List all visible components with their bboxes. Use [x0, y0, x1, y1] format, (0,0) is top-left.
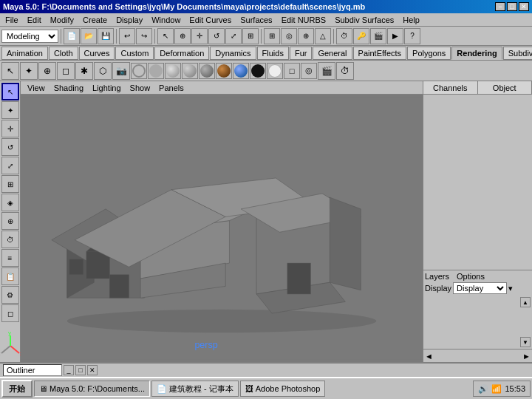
circle-rect-icon[interactable]: ◎ [301, 63, 317, 79]
menu-item-file[interactable]: File [1, 15, 22, 25]
save-file-button[interactable]: 💾 [98, 28, 114, 44]
scale-tool-button[interactable]: ⤢ [1, 157, 19, 174]
render-button[interactable]: 🎬 [370, 28, 386, 44]
smooth-shade-sphere-icon[interactable] [165, 63, 181, 79]
lasso-icon[interactable]: ◻ [57, 62, 75, 80]
scale-button[interactable]: ⤢ [225, 28, 242, 44]
rotate-button[interactable]: ↺ [208, 28, 225, 44]
status-restore-button[interactable]: □ [75, 365, 86, 375]
display-select[interactable]: Display Normal Template Reference [453, 282, 507, 294]
crosshair-icon[interactable]: ⊕ [38, 62, 56, 80]
soft-select-button[interactable]: ◈ [1, 194, 19, 211]
camera-icon[interactable]: 📷 [112, 62, 130, 80]
viewport-canvas[interactable]: persp [21, 95, 423, 362]
tab-animation[interactable]: Animation [1, 47, 48, 60]
nav-left-icon[interactable]: ◄ [425, 352, 433, 361]
texture-sphere-icon[interactable] [216, 63, 232, 79]
tab-general[interactable]: General [313, 47, 352, 60]
redo-button[interactable]: ↪ [136, 28, 152, 44]
tab-deformation[interactable]: Deformation [154, 47, 209, 60]
white-sphere-icon[interactable] [267, 63, 283, 79]
tab-fur[interactable]: Fur [290, 47, 313, 60]
scroll-up-button[interactable]: ▲ [520, 297, 531, 307]
tab-fluids[interactable]: Fluids [257, 47, 289, 60]
tab-cloth[interactable]: Cloth [49, 47, 78, 60]
menu-item-subdiv-surfaces[interactable]: Subdiv Surfaces [331, 15, 398, 25]
scroll-down-button[interactable]: ▼ [520, 337, 531, 347]
move-button[interactable]: ✛ [191, 28, 208, 44]
show-manip-button[interactable]: ⊕ [1, 212, 19, 230]
taskbar-notepad-app[interactable]: 📄 建筑教程 - 记事本 [151, 381, 239, 397]
viewport-panels-menu[interactable]: Panels [155, 83, 188, 93]
status-minimize-button[interactable]: _ [64, 365, 74, 375]
tab-subdivs[interactable]: Subdivs [503, 47, 532, 60]
tab-custom[interactable]: Custom [115, 47, 154, 60]
wireframe-sphere-icon[interactable] [131, 63, 147, 79]
start-button[interactable]: 开始 [1, 380, 33, 398]
tab-rendering[interactable]: Rendering [451, 47, 502, 60]
outliner-button-left[interactable]: 📋 [1, 267, 19, 285]
close-button[interactable]: ✕ [519, 2, 529, 11]
menu-item-help[interactable]: Help [399, 15, 423, 25]
nav-right-icon[interactable]: ► [522, 352, 531, 361]
move-tool-button[interactable]: ✛ [1, 120, 19, 137]
manip-tool-button[interactable]: ⊞ [1, 175, 19, 193]
status-close-button[interactable]: ✕ [87, 365, 98, 375]
black-sphere-icon[interactable] [250, 63, 266, 79]
rotate-tool-button[interactable]: ↺ [1, 138, 19, 156]
attr-editor-button[interactable]: ⚙ [1, 286, 19, 304]
tab-dynamics[interactable]: Dynamics [210, 47, 256, 60]
keyframe-button[interactable]: 🔑 [353, 28, 369, 44]
channel-box-button[interactable]: ≡ [1, 249, 19, 267]
universal-manip-button[interactable]: ⊞ [242, 28, 259, 44]
menu-item-edit-nurbs[interactable]: Edit NURBS [278, 15, 330, 25]
tab-painteffects[interactable]: PaintEffects [353, 47, 407, 60]
paint-tool-button[interactable]: ✦ [1, 101, 19, 119]
smooth-shade3-sphere-icon[interactable] [199, 63, 215, 79]
tab-polygons[interactable]: Polygons [407, 47, 451, 60]
help-button[interactable]: ? [404, 28, 420, 44]
ipr-icon[interactable]: ⏱ [336, 62, 354, 80]
lasso-button[interactable]: ⊕ [174, 28, 191, 44]
color-sphere-icon[interactable] [233, 63, 249, 79]
menu-item-display[interactable]: Display [112, 15, 146, 25]
history-button-left[interactable]: ⏱ [1, 231, 19, 248]
viewport-lighting-menu[interactable]: Lighting [89, 83, 125, 93]
snap-point-button[interactable]: ⊕ [298, 28, 314, 44]
taskbar-maya-app[interactable]: 🖥 Maya 5.0: F:\Documents... [34, 381, 150, 397]
render-view-icon[interactable]: 🎬 [318, 62, 335, 80]
tab-curves[interactable]: Curves [79, 47, 115, 60]
snap-curve-button[interactable]: ◎ [281, 28, 297, 44]
new-file-button[interactable]: 📄 [64, 28, 80, 44]
snap-grid-button[interactable]: ⊞ [264, 28, 280, 44]
undo-button[interactable]: ↩ [119, 28, 135, 44]
history-button[interactable]: ⏱ [336, 28, 352, 44]
snap-surface-button[interactable]: △ [315, 28, 331, 44]
viewport-view-menu[interactable]: View [24, 83, 49, 93]
maximize-button[interactable]: □ [507, 2, 517, 11]
paint-select-icon[interactable]: ✦ [20, 62, 38, 80]
open-file-button[interactable]: 📂 [81, 28, 97, 44]
layers-label[interactable]: Layers [425, 272, 449, 281]
menu-item-create[interactable]: Create [79, 15, 111, 25]
select-button[interactable]: ↖ [157, 28, 174, 44]
tool-settings-button[interactable]: ◻ [1, 304, 19, 322]
mode-dropdown[interactable]: Modeling Animation Rendering Dynamics [1, 30, 58, 43]
channels-tab[interactable]: Channels [423, 81, 478, 94]
menu-item-surfaces[interactable]: Surfaces [236, 15, 276, 25]
viewport-show-menu[interactable]: Show [126, 83, 154, 93]
options-label[interactable]: Options [457, 272, 485, 281]
select-mode-icon[interactable]: ↖ [1, 62, 19, 80]
flat-shade-sphere-icon[interactable] [148, 63, 164, 79]
menu-item-modify[interactable]: Modify [47, 15, 78, 25]
taskbar-photoshop-app[interactable]: 🖼 Adobe Photoshop [240, 381, 325, 397]
ipr-button[interactable]: ▶ [387, 28, 403, 44]
menu-item-edit[interactable]: Edit [24, 15, 45, 25]
smooth-shade2-sphere-icon[interactable] [182, 63, 198, 79]
menu-item-window[interactable]: Window [148, 15, 184, 25]
star-icon[interactable]: ✱ [75, 62, 93, 80]
viewport-shading-menu[interactable]: Shading [50, 83, 87, 93]
menu-item-edit-curves[interactable]: Edit Curves [185, 15, 235, 25]
ring-icon[interactable]: ⬡ [94, 62, 112, 80]
object-tab[interactable]: Object [478, 81, 533, 94]
